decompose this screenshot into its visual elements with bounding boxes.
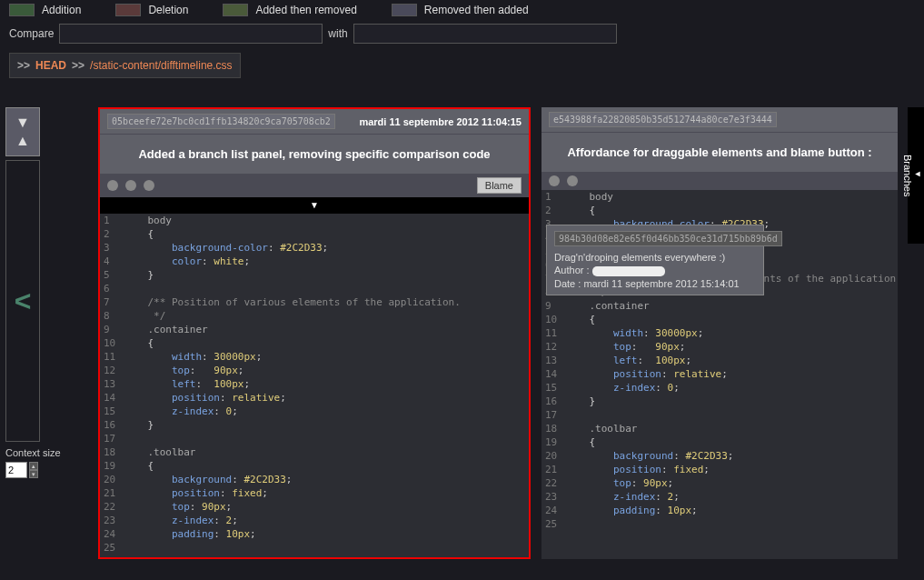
commit-panel: 05bceefe72e7bc0cd1ffb134820c9ca705708cb2… — [98, 107, 531, 559]
dot-icon[interactable] — [549, 175, 560, 186]
dots — [107, 180, 154, 191]
nav-prev[interactable]: < — [5, 160, 40, 442]
legend-bar: Addition Deletion Added then removed Rem… — [0, 0, 924, 20]
line-number: 6 — [100, 282, 124, 295]
breadcrumb-head[interactable]: HEAD — [35, 59, 66, 72]
code-text: width: 30000px; — [565, 326, 703, 340]
nav-box: ▼ ▲ — [5, 107, 40, 156]
legend-rem-add: Removed then added — [424, 4, 529, 16]
line-number: 17 — [100, 432, 124, 445]
nav-up-icon[interactable]: ▲ — [6, 132, 39, 150]
code-text: position: relative; — [124, 391, 286, 405]
code-text: } — [124, 268, 154, 282]
commit-tooltip: 984b30d08e82e65f0d46bb350ce31d715bb89b6d… — [546, 225, 764, 295]
code-line: 24 padding: 10px; — [541, 504, 898, 517]
code-line: 23 z-index: 2; — [541, 490, 898, 504]
code-line: 21 position: fixed; — [100, 486, 529, 500]
code-line: 5 } — [100, 268, 529, 282]
panels-container: 05bceefe72e7bc0cd1ffb134820c9ca705708cb2… — [98, 107, 898, 559]
context-size-input[interactable] — [5, 462, 27, 478]
swatch-add-rem — [223, 4, 248, 16]
code-line: 2 { — [100, 227, 529, 241]
line-number: 24 — [541, 504, 565, 517]
breadcrumb-path[interactable]: /static-content/difftimeline.css — [90, 59, 233, 72]
line-number: 5 — [100, 268, 124, 282]
code-line: 10 { — [541, 313, 898, 326]
line-number: 22 — [100, 500, 124, 514]
code-line: 2 { — [541, 204, 898, 217]
line-number: 23 — [100, 514, 124, 527]
line-number: 9 — [100, 323, 124, 336]
code-line: 25 — [100, 541, 529, 555]
code-text: top: 90px; — [124, 500, 232, 514]
code-text: background: #2C2D33; — [565, 449, 733, 463]
code-line: 1 body — [100, 214, 529, 227]
line-number: 25 — [541, 517, 565, 531]
compare-input-left[interactable] — [59, 24, 323, 44]
code-text: body — [124, 214, 172, 227]
line-number: 3 — [100, 241, 124, 255]
commit-hash[interactable]: 05bceefe72e7bc0cd1ffb134820c9ca705708cb2 — [107, 114, 335, 129]
code-text: .toolbar — [124, 445, 195, 459]
breadcrumb-sep: >> — [72, 59, 84, 72]
line-number: 18 — [541, 422, 565, 435]
code-line: 14 position: relative; — [541, 367, 898, 381]
line-number: 21 — [541, 463, 565, 476]
dot-icon[interactable] — [125, 180, 136, 191]
code-text: position: relative; — [565, 367, 728, 381]
nav-down-icon[interactable]: ▼ — [6, 114, 39, 132]
compare-label: Compare — [9, 27, 54, 40]
line-number: 12 — [541, 340, 565, 354]
dot-icon[interactable] — [567, 175, 578, 186]
branches-tab[interactable]: Branches — [908, 107, 924, 244]
code-text: } — [565, 395, 595, 408]
code-line: 9 .container — [541, 299, 898, 313]
line-number: 16 — [541, 395, 565, 408]
code-line: 13 left: 100px; — [541, 354, 898, 367]
code-line: 14 position: relative; — [100, 391, 529, 405]
code-text: z-index: 0; — [565, 381, 680, 395]
commit-title: Added a branch list panel, removing spec… — [100, 134, 529, 174]
code-line: 11 width: 30000px; — [541, 326, 898, 340]
line-number: 21 — [100, 486, 124, 500]
commit-header: e543988fa22820850b35d512744a80ce7e3f3444 — [541, 107, 898, 132]
line-number: 4 — [100, 255, 124, 268]
line-number: 19 — [100, 459, 124, 473]
commit-header: 05bceefe72e7bc0cd1ffb134820c9ca705708cb2… — [100, 109, 529, 134]
code-text: z-index: 0; — [124, 405, 238, 418]
code-line: 10 { — [100, 336, 529, 350]
code-line: 15 z-index: 0; — [100, 405, 529, 418]
code-line: 23 z-index: 2; — [100, 514, 529, 527]
code-line: 8 */ — [100, 309, 529, 323]
code-text: top: 90px; — [565, 340, 685, 354]
spinner-up-icon[interactable]: ▴ — [29, 462, 38, 470]
swatch-rem-add — [392, 4, 417, 16]
code-line: 25 — [541, 517, 898, 531]
compare-input-right[interactable] — [353, 24, 617, 44]
line-number: 10 — [541, 313, 565, 326]
code-area[interactable]: 1 body2 {3 background-color: #2C2D33;4 c… — [100, 214, 529, 557]
code-line: 21 position: fixed; — [541, 463, 898, 476]
line-number: 15 — [100, 405, 124, 418]
blame-button[interactable]: Blame — [477, 177, 522, 194]
tooltip-author: Author : — [554, 265, 756, 276]
tooltip-hash: 984b30d08e82e65f0d46bb350ce31d715bb89b6d — [554, 231, 782, 246]
code-line: 20 background: #2C2D33; — [541, 449, 898, 463]
dot-icon[interactable] — [107, 180, 118, 191]
line-number: 1 — [541, 190, 565, 204]
commit-hash[interactable]: e543988fa22820850b35d512744a80ce7e3f3444 — [549, 112, 777, 127]
line-number: 2 — [100, 227, 124, 241]
line-number: 20 — [100, 473, 124, 486]
spinner-down-icon[interactable]: ▾ — [29, 470, 38, 478]
expand-up[interactable]: ▼ — [100, 197, 529, 214]
code-line: 15 z-index: 0; — [541, 381, 898, 395]
code-text: { — [124, 336, 154, 350]
line-number: 13 — [100, 377, 124, 391]
code-line: 3 background-color: #2C2D33; — [100, 241, 529, 255]
dot-icon[interactable] — [144, 180, 154, 191]
code-text: z-index: 2; — [124, 514, 238, 527]
legend-deletion: Deletion — [148, 4, 188, 16]
line-number: 2 — [541, 204, 565, 217]
code-text: left: 100px; — [124, 377, 250, 391]
breadcrumb: >> HEAD >> /static-content/difftimeline.… — [9, 53, 241, 78]
